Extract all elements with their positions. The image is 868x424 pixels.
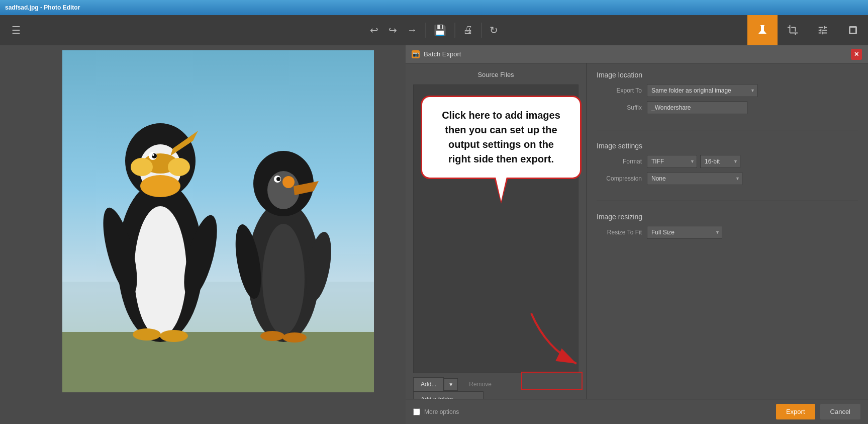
source-files-title: Source Files: [413, 71, 578, 78]
penguin-image: [62, 50, 374, 392]
svg-rect-1: [62, 332, 374, 392]
undo-history-button[interactable]: ↪: [384, 22, 401, 39]
svg-point-11: [168, 158, 190, 176]
suffix-input[interactable]: [647, 101, 747, 114]
format-label: Format: [597, 158, 642, 165]
title-bar: sadfsad.jpg - Photo Editor: [0, 0, 868, 15]
svg-point-23: [282, 176, 295, 188]
source-files-panel: Source Files Add... ▼ Remove Add a folde…: [406, 63, 587, 399]
format-select[interactable]: TIFF JPEG PNG: [647, 155, 697, 168]
toolbar-right: [747, 15, 868, 45]
dialog-icon: 📷: [412, 50, 420, 58]
remove-button: Remove: [462, 378, 499, 391]
resize-row: Resize To Fit Full Size Width & Height L…: [597, 226, 858, 239]
redo-button[interactable]: →: [403, 22, 421, 38]
export-button[interactable]: Export: [776, 404, 815, 419]
batch-export-dialog: 📷 Batch Export ✕ Source Files Add...: [406, 45, 868, 424]
image-settings-title: Image settings: [597, 142, 858, 150]
source-files-list: [413, 84, 578, 373]
rotate-button[interactable]: ↻: [486, 22, 502, 39]
image-resizing-section: Image resizing Resize To Fit Full Size W…: [597, 213, 858, 243]
toolbar: ☰ ↩ ↪ → 💾 🖨 ↻: [0, 15, 868, 45]
dialog-titlebar: 📷 Batch Export ✕: [406, 45, 868, 63]
add-folder-dropdown: Add a folder...: [413, 391, 484, 399]
resize-select[interactable]: Full Size Width & Height Long Edge: [647, 226, 722, 239]
settings-panel: Image location Export To Same folder as …: [587, 63, 868, 399]
suffix-label: Suffix: [597, 104, 642, 111]
flask-icon: [756, 24, 768, 36]
section-divider-1: [597, 130, 858, 130]
settings-button[interactable]: [808, 15, 838, 45]
svg-point-27: [260, 331, 284, 341]
compression-label: Compression: [597, 175, 642, 182]
export-to-label: Export To: [597, 87, 642, 94]
bitdepth-select-wrapper: 16-bit 8-bit: [700, 155, 740, 168]
export-to-select-wrapper: Same folder as original image Choose fol…: [647, 84, 757, 97]
undo-button[interactable]: ↩: [366, 22, 382, 39]
print-button[interactable]: 🖨: [459, 22, 477, 38]
format-row: Format TIFF JPEG PNG: [597, 155, 858, 168]
svg-point-15: [160, 330, 188, 342]
penguin-illustration: [62, 50, 374, 392]
export-to-select[interactable]: Same folder as original image Choose fol…: [647, 84, 757, 97]
resize-label: Resize To Fit: [597, 229, 642, 236]
close-app-button[interactable]: [838, 15, 868, 45]
toolbar-separator-1: [425, 23, 426, 38]
add-dropdown-button[interactable]: ▼: [444, 378, 458, 391]
svg-point-10: [131, 158, 153, 176]
more-options-label: More options: [424, 408, 459, 415]
add-button[interactable]: Add...: [413, 377, 444, 391]
dialog-title: Batch Export: [424, 50, 851, 58]
main-area: 📷 Batch Export ✕ Source Files Add...: [0, 45, 868, 424]
footer-right: Export Cancel: [776, 404, 860, 419]
export-to-row: Export To Same folder as original image …: [597, 84, 858, 97]
photo-canvas-area: [0, 45, 406, 424]
footer-left: More options: [413, 408, 459, 415]
svg-point-18: [152, 154, 154, 156]
svg-point-9: [140, 175, 180, 197]
svg-point-20: [262, 224, 305, 334]
dialog-body: Source Files Add... ▼ Remove Add a folde…: [406, 63, 868, 399]
toolbar-center: ↩ ↪ → 💾 🖨 ↻: [366, 22, 502, 39]
compression-select-wrapper: None LZW ZIP: [647, 172, 742, 185]
image-location-section: Image location Export To Same folder as …: [597, 71, 858, 118]
more-options-checkbox[interactable]: [413, 408, 420, 415]
format-controls: TIFF JPEG PNG 16-bit 8-bit: [647, 155, 740, 168]
source-buttons-area: Add... ▼ Remove Add a folder...: [413, 377, 578, 391]
compression-select[interactable]: None LZW ZIP: [647, 172, 742, 185]
add-folder-item[interactable]: Add a folder...: [414, 392, 483, 399]
image-location-title: Image location: [597, 71, 858, 79]
svg-point-17: [152, 153, 157, 158]
resize-select-wrapper: Full Size Width & Height Long Edge: [647, 226, 722, 239]
toolbar-left: ☰: [8, 22, 25, 39]
save-button[interactable]: 💾: [430, 22, 450, 39]
svg-point-30: [276, 177, 280, 181]
close-app-icon: [849, 26, 857, 34]
svg-point-28: [282, 332, 307, 343]
settings-icon: [817, 25, 828, 36]
adjustments-button[interactable]: [747, 15, 778, 45]
crop-button[interactable]: [778, 15, 808, 45]
svg-rect-2: [62, 282, 374, 332]
image-settings-section: Image settings Format TIFF JPEG PNG: [597, 142, 858, 189]
toolbar-separator-2: [454, 23, 455, 38]
svg-point-4: [134, 206, 186, 337]
batch-export-panel: 📷 Batch Export ✕ Source Files Add...: [406, 45, 868, 424]
image-resizing-title: Image resizing: [597, 213, 858, 221]
section-divider-2: [597, 201, 858, 201]
bitdepth-select[interactable]: 16-bit 8-bit: [700, 155, 740, 168]
title-bar-text: sadfsad.jpg - Photo Editor: [5, 4, 80, 11]
dialog-footer: More options Export Cancel: [406, 399, 868, 424]
toolbar-separator-3: [481, 23, 481, 38]
suffix-row: Suffix: [597, 101, 858, 114]
hamburger-menu-button[interactable]: ☰: [8, 22, 25, 39]
compression-row: Compression None LZW ZIP: [597, 172, 858, 185]
format-select-wrapper: TIFF JPEG PNG: [647, 155, 697, 168]
photo-canvas: [62, 50, 374, 392]
crop-icon: [787, 25, 798, 36]
cancel-button[interactable]: Cancel: [820, 404, 860, 419]
svg-point-14: [133, 328, 161, 341]
dialog-close-button[interactable]: ✕: [851, 49, 862, 60]
